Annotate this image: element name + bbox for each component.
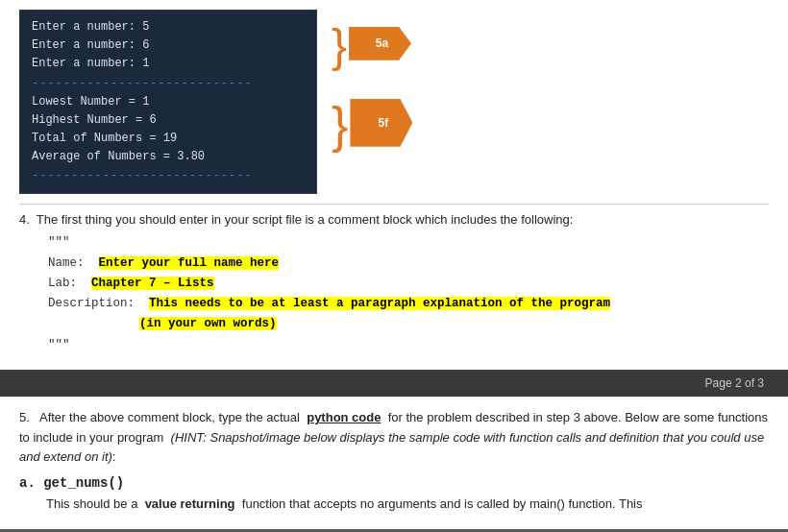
value-returning-label: value returning	[145, 496, 235, 511]
page-divider: Page 2 of 3	[0, 370, 788, 397]
triple-quote-close: """	[48, 335, 769, 355]
desc-value-1: This needs to be at least a paragraph ex…	[149, 297, 610, 310]
terminal-section: Enter a number: 5 Enter a number: 6 Ente…	[19, 10, 769, 194]
page-indicator: Page 2 of 3	[705, 376, 764, 390]
terminal-wrapper: Enter a number: 5 Enter a number: 6 Ente…	[19, 10, 317, 194]
desc-line-2: (in your own words)	[139, 314, 769, 334]
item5-intro: After the above comment block, type the …	[39, 410, 300, 424]
name-value: Enter your full name here	[99, 256, 280, 270]
arrow-5f: 5f	[350, 99, 412, 147]
desc-value-2: (in your own words)	[139, 317, 277, 330]
item5-body-start: This should be a	[46, 496, 137, 511]
item4-number: 4.	[19, 212, 30, 227]
page-bottom: 5. After the above comment block, type t…	[0, 397, 788, 529]
terminal-line-4: Lowest Number = 1	[32, 93, 305, 111]
item4-description: The first thing you should enter in your…	[37, 212, 574, 227]
desc-line-1: Description: This needs to be at least a…	[48, 294, 769, 314]
python-code-label: python code	[307, 410, 381, 424]
top-arrow-group: } 5a	[332, 18, 412, 69]
item5-function-header: a. get_nums()	[19, 475, 769, 491]
lab-value: Chapter 7 – Lists	[91, 277, 214, 290]
terminal-line-2: Enter a number: 6	[32, 36, 305, 55]
terminal-divider-1: ----------------------------	[32, 74, 305, 93]
terminal-line-7: Average of Numbers = 3.80	[32, 148, 305, 166]
terminal-line-6: Total of Numbers = 19	[32, 130, 305, 148]
brace-top: }	[332, 18, 349, 69]
terminal-box-top: Enter a number: 5 Enter a number: 6 Ente…	[19, 10, 317, 194]
item5-colon: :	[112, 449, 116, 464]
item5-section: 5. After the above comment block, type t…	[19, 408, 769, 515]
item5-header: 5. After the above comment block, type t…	[19, 408, 769, 468]
triple-quote-open: """	[48, 232, 769, 253]
lab-line: Lab: Chapter 7 – Lists	[48, 274, 769, 294]
terminal-line-5: Highest Number = 6	[32, 111, 305, 130]
item5-number: 5.	[19, 410, 30, 424]
page-top: Enter a number: 5 Enter a number: 6 Ente…	[0, 0, 788, 370]
item4-text: 4. The first thing you should enter in y…	[19, 212, 769, 227]
terminal-divider-2: ----------------------------	[32, 166, 305, 185]
arrow-5a: 5a	[349, 27, 411, 60]
item5-body-rest: function that accepts no arguments and i…	[242, 496, 643, 511]
item4-section: 4. The first thing you should enter in y…	[19, 204, 769, 355]
code-block: """ Name: Enter your full name here Lab:…	[48, 232, 769, 355]
name-line: Name: Enter your full name here	[48, 254, 769, 274]
terminal-line-3: Enter a number: 1	[32, 55, 305, 73]
terminal-line-1: Enter a number: 5	[32, 18, 305, 36]
brace-bottom: }	[332, 95, 350, 150]
bottom-arrow-group: } 5f	[332, 95, 412, 150]
item5-body: This should be a value returning functio…	[46, 495, 769, 515]
